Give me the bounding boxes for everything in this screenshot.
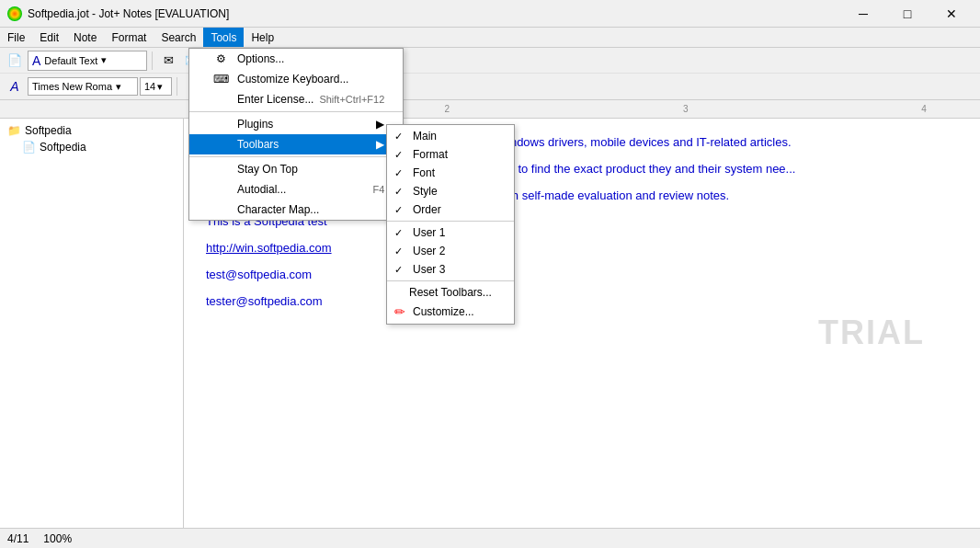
font-name-dropdown[interactable]: Times New Roma ▾ xyxy=(28,77,138,96)
plugins-label: Plugins xyxy=(237,118,273,131)
font-label: Font xyxy=(413,166,435,179)
submenu-font[interactable]: ✓ Font xyxy=(387,164,514,182)
separator xyxy=(152,51,153,70)
maximize-button[interactable]: □ xyxy=(886,0,929,28)
sidebar-item-softpedia-child[interactable]: 📄 Softpedia xyxy=(0,139,183,155)
check-format-icon: ✓ xyxy=(394,149,407,161)
options-icon: ⚙ xyxy=(211,51,230,66)
sidebar-label-softpedia-root: Softpedia xyxy=(25,124,72,137)
order-label: Order xyxy=(413,203,441,216)
autodial-icon xyxy=(211,182,230,197)
menu-bar: File Edit Note Format Search Tools Help xyxy=(0,28,980,48)
tools-stay-on-top[interactable]: Stay On Top xyxy=(189,159,403,179)
sidebar-item-softpedia-root[interactable]: 📁 Softpedia xyxy=(0,122,183,139)
customize-icon: ✏ xyxy=(394,304,405,319)
window-controls: ─ □ ✕ xyxy=(842,0,973,28)
autodial-shortcut: F4 xyxy=(372,184,384,195)
menu-file[interactable]: File xyxy=(0,28,32,47)
tools-enter-license[interactable]: Enter License... Shift+Ctrl+F12 xyxy=(189,89,403,109)
tools-menu: ⚙ Options... ⌨ Customize Keyboard... Ent… xyxy=(188,48,404,221)
menu-help[interactable]: Help xyxy=(244,28,281,47)
separator3 xyxy=(177,77,177,96)
check-user1-icon: ✓ xyxy=(394,227,407,239)
customize-label: Customize... xyxy=(413,305,474,318)
license-icon xyxy=(211,92,230,107)
check-user3-icon: ✓ xyxy=(394,264,407,276)
app-icon xyxy=(7,6,22,21)
character-map-label: Character Map... xyxy=(237,203,319,216)
toolbars-label: Toolbars xyxy=(237,138,279,151)
tools-toolbars[interactable]: Toolbars ▶ xyxy=(189,134,403,154)
title-bar: Softpedia.jot - Jot+ Notes [EVALUATION] … xyxy=(0,0,980,28)
options-label: Options... xyxy=(237,52,284,65)
check-style-icon: ✓ xyxy=(394,186,407,198)
new-button[interactable]: 📄 xyxy=(4,51,26,71)
autodial-label: Autodial... xyxy=(237,183,286,196)
submenu-user1[interactable]: ✓ User 1 xyxy=(387,223,514,242)
default-text-label: Default Text xyxy=(44,55,97,66)
font-size-dropdown[interactable]: 14 ▾ xyxy=(140,77,172,96)
toolbars-area: 📄 A Default Text ▾ ✉ 📧 ❓ 🔄 ↩ ☰ ≡ ⊞ ⊟ A T… xyxy=(0,48,980,100)
content-para-5: http://win.softpedia.com xyxy=(206,239,958,258)
plugins-arrow-icon: ▶ xyxy=(376,118,384,131)
sidebar-label-softpedia-child: Softpedia xyxy=(40,141,86,154)
zoom-level: 100% xyxy=(43,532,72,545)
menu-format[interactable]: Format xyxy=(104,28,154,47)
content-para-6: test@softpedia.com xyxy=(206,266,958,285)
page-position: 4/11 xyxy=(7,532,28,545)
main-label: Main xyxy=(413,130,437,143)
font-size-label: 14 xyxy=(144,81,155,92)
link-softpedia[interactable]: http://win.softpedia.com xyxy=(206,241,332,255)
submenu-user2[interactable]: ✓ User 2 xyxy=(387,242,514,260)
folder-icon: 📁 xyxy=(7,124,21,137)
minimize-button[interactable]: ─ xyxy=(842,0,884,28)
tools-character-map[interactable]: Character Map... xyxy=(189,200,403,220)
check-main-icon: ✓ xyxy=(394,131,407,143)
submenu-format[interactable]: ✓ Format xyxy=(387,145,514,164)
envelope-icon[interactable]: ✉ xyxy=(157,51,179,71)
menu-divider-2 xyxy=(189,156,403,157)
submenu-main[interactable]: ✓ Main xyxy=(387,127,514,145)
toolbar-row-2: A Times New Roma ▾ 14 ▾ B I U S xyxy=(0,74,980,99)
toolbars-submenu: ✓ Main ✓ Format ✓ Font ✓ Style ✓ Order ✓… xyxy=(386,124,515,325)
tools-autodial[interactable]: Autodial... F4 xyxy=(189,179,403,200)
dropdown-arrow-icon: ▾ xyxy=(101,54,107,66)
tools-plugins[interactable]: Plugins ▶ xyxy=(189,114,403,134)
customize-keyboard-label: Customize Keyboard... xyxy=(237,73,348,86)
enter-license-shortcut: Shift+Ctrl+F12 xyxy=(319,94,384,105)
submenu-reset-toolbars[interactable]: Reset Toolbars... xyxy=(387,283,514,302)
submenu-divider-2 xyxy=(387,280,514,281)
menu-search[interactable]: Search xyxy=(154,28,203,47)
menu-edit[interactable]: Edit xyxy=(32,28,66,47)
font-name-arrow: ▾ xyxy=(116,81,121,93)
user2-label: User 2 xyxy=(413,245,445,257)
tools-options[interactable]: ⚙ Options... xyxy=(189,49,403,69)
submenu-order[interactable]: ✓ Order xyxy=(387,200,514,219)
menu-tools[interactable]: Tools xyxy=(203,28,244,47)
font-name-label: Times New Roma xyxy=(32,81,112,92)
format-label: Format xyxy=(413,148,448,161)
check-font-icon: ✓ xyxy=(394,167,407,179)
close-button[interactable]: ✕ xyxy=(930,0,973,28)
stay-on-top-icon xyxy=(211,162,230,177)
ruler: 1 2 3 4 5 6 7 8 xyxy=(0,100,980,119)
content-para-7: tester@softpedia.com xyxy=(206,292,958,312)
default-text-dropdown[interactable]: A Default Text ▾ xyxy=(28,51,147,71)
plugins-icon xyxy=(211,117,230,131)
watermark: TRIAL xyxy=(818,314,925,352)
style-label: Style xyxy=(413,185,438,198)
submenu-user3[interactable]: ✓ User 3 xyxy=(387,260,514,279)
check-user2-icon: ✓ xyxy=(394,245,407,257)
menu-note[interactable]: Note xyxy=(66,28,104,47)
reset-toolbars-label: Reset Toolbars... xyxy=(409,286,492,299)
submenu-style[interactable]: ✓ Style xyxy=(387,182,514,200)
toolbar-row-1: 📄 A Default Text ▾ ✉ 📧 ❓ 🔄 ↩ ☰ ≡ ⊞ ⊟ xyxy=(0,48,980,74)
font-icon[interactable]: A xyxy=(4,76,26,97)
submenu-divider-1 xyxy=(387,221,514,222)
tools-customize-keyboard[interactable]: ⌨ Customize Keyboard... xyxy=(189,69,403,89)
submenu-customize[interactable]: ✏ Customize... xyxy=(387,302,514,322)
character-map-icon xyxy=(211,202,230,217)
stay-on-top-label: Stay On Top xyxy=(237,163,298,176)
user1-label: User 1 xyxy=(413,226,445,239)
keyboard-icon: ⌨ xyxy=(211,72,230,86)
